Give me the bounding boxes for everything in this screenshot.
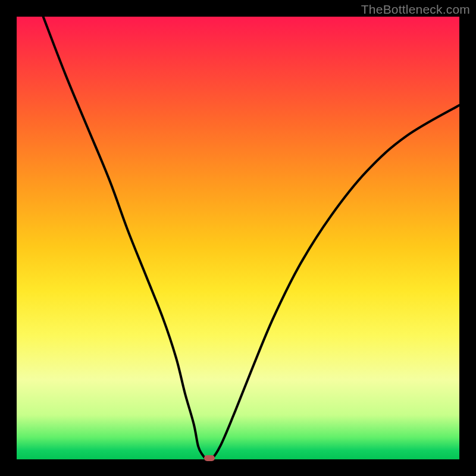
- bottleneck-curve: [17, 17, 459, 459]
- optimal-point-marker: [204, 455, 215, 461]
- plot-area: [17, 17, 459, 459]
- chart-frame: TheBottleneck.com: [0, 0, 476, 476]
- watermark-text: TheBottleneck.com: [361, 2, 470, 17]
